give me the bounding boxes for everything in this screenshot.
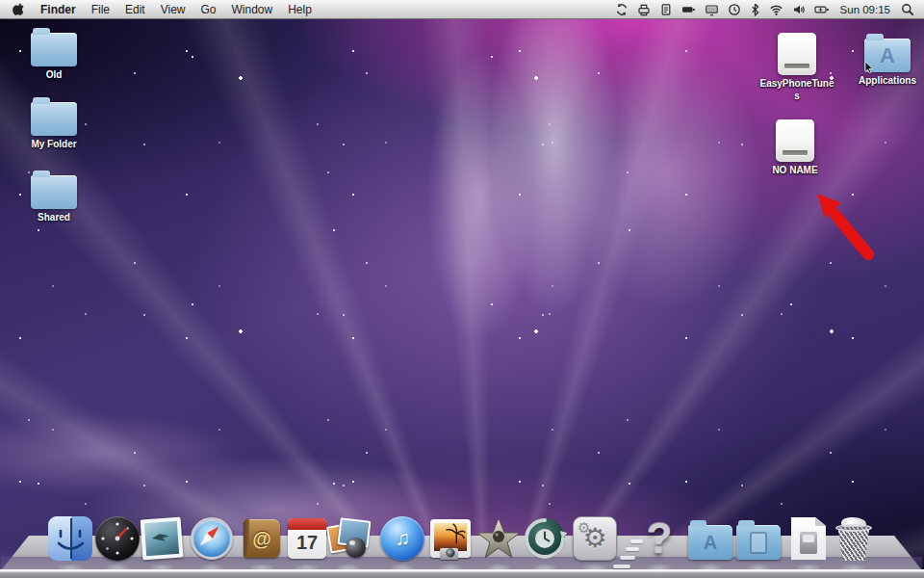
menu-file[interactable]: File [91,3,110,16]
trash-basket [837,527,870,561]
dock-separator-dash [620,556,635,560]
desktop-icon-shared[interactable]: Shared [13,170,94,224]
menu-bar-left: Finder File Edit View Go Window Help [0,2,312,16]
document-page-glyph [750,532,767,554]
applications-a-glyph: A [688,525,732,560]
folder-icon [31,175,77,209]
icon-label: My Folder [13,139,94,151]
dock-system-preferences-icon[interactable]: ⚙ ⚙ [573,516,617,561]
dock-trash-icon[interactable] [832,516,876,561]
red-annotation-arrow [808,187,881,264]
dock-documents-folder-icon[interactable] [736,516,781,561]
menu-bar: Finder File Edit View Go Window Help [0,0,924,19]
icon-label: Applications [847,75,924,88]
printer-icon[interactable] [637,3,651,16]
bluetooth-icon[interactable] [750,3,760,16]
desktop-wallpaper [0,18,924,578]
active-app-name[interactable]: Finder [40,3,76,16]
dock-applications-folder-icon[interactable]: A [688,516,732,561]
macos-desktop: { "menu_bar": { "app_name": "Finder", "m… [0,0,924,578]
music-note-glyph: ♫ [395,527,410,550]
icon-label: NO NAME [755,165,835,177]
menu-help[interactable]: Help [288,3,312,16]
menu-view[interactable]: View [161,3,186,16]
dock-mail-icon[interactable] [140,516,184,561]
menu-window[interactable]: Window [232,3,273,16]
desktop-icon-easyphonetunes[interactable]: EasyPhoneTune s [757,33,837,102]
star-field [0,18,924,578]
dock-time-machine-icon[interactable] [523,516,567,561]
icon-label: Shared [13,212,94,224]
dock: @ 17 ♫ [0,501,924,578]
displays-icon[interactable] [705,3,719,16]
desktop-icon-no-name[interactable]: NO NAME [755,119,835,177]
mouse-cursor [864,62,875,74]
dock-finder-icon[interactable] [48,516,92,561]
at-sign-glyph: @ [244,519,280,558]
question-mark-glyph: ? [647,514,673,563]
spotlight-icon[interactable] [901,3,914,16]
desktop-icon-my-folder[interactable]: My Folder [13,96,94,151]
icon-label: EasyPhoneTune s [757,78,837,102]
folder-icon [31,102,77,136]
icon-label: Old [13,69,94,82]
trash-rim [835,524,872,532]
menu-bar-status-area: Sun 09:15 [615,3,924,16]
dock-safari-icon[interactable] [190,516,234,561]
dock-dashboard-icon[interactable] [95,516,140,561]
document-icon[interactable] [659,3,673,16]
desktop-icon-applications[interactable]: A Applications [847,33,924,88]
menu-bar-clock[interactable]: Sun 09:15 [838,4,892,15]
dock-separator-dash [613,565,630,568]
dock-imovie-icon[interactable] [476,516,521,561]
small-gear-glyph: ⚙ [578,519,590,537]
battery-icon[interactable] [681,3,696,16]
volume-icon[interactable] [792,3,806,16]
apple-logo-icon[interactable] [13,2,25,16]
calendar-day-number: 17 [288,530,326,555]
dock-document-file-icon[interactable] [786,516,831,561]
menu-go[interactable]: Go [201,3,217,16]
dock-ical-icon[interactable]: 17 [285,516,329,561]
sync-icon[interactable] [615,3,629,16]
dock-itunes-icon[interactable]: ♫ [380,516,424,561]
dock-missing-app-icon[interactable]: ? [637,516,681,561]
folder-icon [31,33,77,66]
wifi-icon[interactable] [769,3,783,16]
dock-address-book-icon[interactable]: @ [240,516,284,561]
desktop-icon-old[interactable]: Old [13,27,94,82]
clock-icon[interactable] [728,3,741,16]
dock-iphoto-icon[interactable] [428,516,473,561]
power-icon[interactable] [814,3,830,16]
external-drive-icon [778,33,816,75]
menu-edit[interactable]: Edit [125,3,145,16]
external-drive-icon [776,119,814,162]
dock-photo-booth-icon[interactable] [326,516,371,561]
